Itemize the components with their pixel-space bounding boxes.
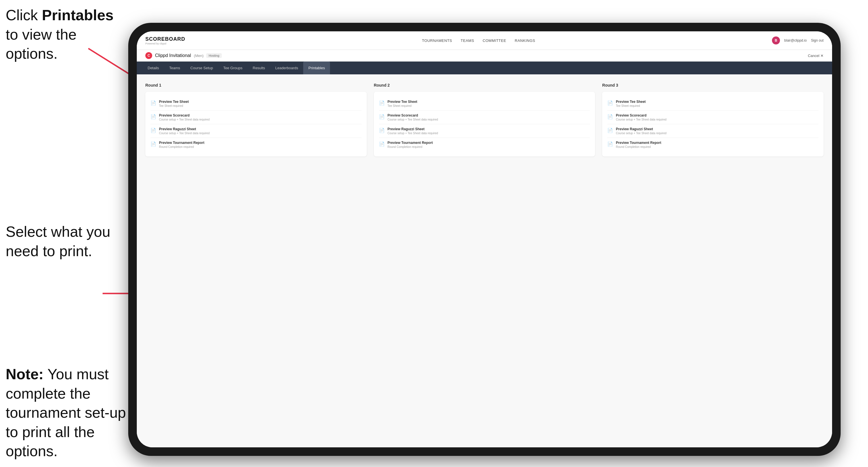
nav-rankings[interactable]: RANKINGS (515, 37, 535, 44)
round-2-scorecard[interactable]: 📄 Preview Scorecard Course setup + Tee S… (379, 111, 590, 124)
print-text-12: Preview Tournament Report Round Completi… (616, 141, 661, 149)
tab-leaderboards[interactable]: Leaderboards (270, 62, 303, 74)
doc-icon-12: 📄 (607, 141, 613, 147)
print-label-5: Preview Tee Sheet (388, 100, 417, 104)
logo-powered: Powered by clippd (145, 42, 185, 45)
print-sublabel-5: Tee Sheet required (388, 104, 417, 107)
round-3-section: Round 3 📄 Preview Tee Sheet Tee Sheet re… (602, 83, 824, 156)
round-1-scorecard[interactable]: 📄 Preview Scorecard Course setup + Tee S… (151, 111, 362, 124)
print-label-7: Preview Raguzzi Sheet (388, 127, 438, 131)
annotation-bottom: Note: You must complete the tournament s… (6, 365, 134, 461)
print-label-4: Preview Tournament Report (159, 141, 204, 145)
print-sublabel-4: Round Completion required (159, 145, 204, 149)
round-2-section: Round 2 📄 Preview Tee Sheet Tee Sheet re… (374, 83, 595, 156)
print-sublabel-12: Round Completion required (616, 145, 661, 149)
tournament-bracket: (Men) (194, 54, 204, 58)
tab-teams[interactable]: Teams (164, 62, 185, 74)
tab-tee-groups[interactable]: Tee Groups (218, 62, 248, 74)
clippd-icon: C (145, 52, 152, 59)
logo-area: SCOREBOARD Powered by clippd (145, 36, 185, 45)
print-text-11: Preview Raguzzi Sheet Course setup + Tee… (616, 127, 666, 135)
print-label-2: Preview Scorecard (159, 114, 210, 117)
print-text-10: Preview Scorecard Course setup + Tee She… (616, 114, 666, 121)
print-sublabel-10: Course setup + Tee Sheet data required (616, 118, 666, 121)
round-2-title: Round 2 (374, 83, 595, 88)
round-3-title: Round 3 (602, 83, 824, 88)
doc-icon-5: 📄 (379, 100, 385, 106)
round-3-tournament-report[interactable]: 📄 Preview Tournament Report Round Comple… (607, 138, 818, 151)
print-label-12: Preview Tournament Report (616, 141, 661, 145)
user-avatar: B (772, 36, 780, 44)
print-label-3: Preview Raguzzi Sheet (159, 127, 210, 131)
print-sublabel: Tee Sheet required (159, 104, 189, 107)
annotation-top: Click Printables to view the options. (6, 6, 114, 64)
annotation-middle: Select what you need to print. (6, 222, 114, 261)
doc-icon-9: 📄 (607, 100, 613, 106)
doc-icon-3: 📄 (151, 128, 156, 133)
print-text-8: Preview Tournament Report Round Completi… (388, 141, 433, 149)
print-sublabel-11: Course setup + Tee Sheet data required (616, 132, 666, 135)
nav-teams[interactable]: TEAMS (461, 37, 474, 44)
round-1-tee-sheet[interactable]: 📄 Preview Tee Sheet Tee Sheet required (151, 97, 362, 111)
round-1-raguzzi[interactable]: 📄 Preview Raguzzi Sheet Course setup + T… (151, 124, 362, 138)
tablet: SCOREBOARD Powered by clippd TOURNAMENTS… (128, 23, 841, 456)
print-text-3: Preview Raguzzi Sheet Course setup + Tee… (159, 127, 210, 135)
round-2-tee-sheet[interactable]: 📄 Preview Tee Sheet Tee Sheet required (379, 97, 590, 111)
print-text-7: Preview Raguzzi Sheet Course setup + Tee… (388, 127, 438, 135)
tab-details[interactable]: Details (143, 62, 164, 74)
rounds-container: Round 1 📄 Preview Tee Sheet Tee Sheet re… (145, 83, 824, 156)
print-text-2: Preview Scorecard Course setup + Tee She… (159, 114, 210, 121)
tab-course-setup[interactable]: Course Setup (185, 62, 218, 74)
print-sublabel-7: Course setup + Tee Sheet data required (388, 132, 438, 135)
round-1-section: Round 1 📄 Preview Tee Sheet Tee Sheet re… (145, 83, 367, 156)
round-3-card: 📄 Preview Tee Sheet Tee Sheet required 📄… (602, 92, 824, 156)
nav-tournaments[interactable]: TOURNAMENTS (422, 37, 452, 44)
print-sublabel-9: Tee Sheet required (616, 104, 646, 107)
doc-icon-7: 📄 (379, 128, 385, 133)
logo-scoreboard: SCOREBOARD (145, 36, 185, 42)
sub-header: C Clippd Invitational (Men) Hosting Canc… (137, 50, 832, 62)
tournament-title: C Clippd Invitational (Men) Hosting (145, 52, 222, 59)
print-label-9: Preview Tee Sheet (616, 100, 646, 104)
round-1-tournament-report[interactable]: 📄 Preview Tournament Report Round Comple… (151, 138, 362, 151)
print-text-4: Preview Tournament Report Round Completi… (159, 141, 204, 149)
doc-icon-6: 📄 (379, 114, 385, 119)
round-3-tee-sheet[interactable]: 📄 Preview Tee Sheet Tee Sheet required (607, 97, 818, 111)
round-2-card: 📄 Preview Tee Sheet Tee Sheet required 📄… (374, 92, 595, 156)
tab-printables[interactable]: Printables (303, 62, 330, 74)
round-3-raguzzi[interactable]: 📄 Preview Raguzzi Sheet Course setup + T… (607, 124, 818, 138)
logo-text: SCOREBOARD Powered by clippd (145, 36, 185, 45)
doc-icon-8: 📄 (379, 141, 385, 147)
doc-icon: 📄 (151, 100, 156, 106)
doc-icon-10: 📄 (607, 114, 613, 119)
print-label-6: Preview Scorecard (388, 114, 438, 117)
sign-out-link[interactable]: Sign out (811, 38, 824, 42)
print-label-10: Preview Scorecard (616, 114, 666, 117)
print-label-8: Preview Tournament Report (388, 141, 433, 145)
print-sublabel-8: Round Completion required (388, 145, 433, 149)
print-sublabel-3: Course setup + Tee Sheet data required (159, 132, 210, 135)
print-sublabel-6: Course setup + Tee Sheet data required (388, 118, 438, 121)
nav-committee[interactable]: COMMITTEE (483, 37, 506, 44)
print-text-9: Preview Tee Sheet Tee Sheet required (616, 100, 646, 107)
tournament-name: Clippd Invitational (155, 53, 191, 58)
printables-bold: Printables (42, 7, 114, 23)
round-3-scorecard[interactable]: 📄 Preview Scorecard Course setup + Tee S… (607, 111, 818, 124)
nav-right: B blair@clippd.io Sign out (772, 36, 824, 44)
doc-icon-2: 📄 (151, 114, 156, 119)
tablet-screen: SCOREBOARD Powered by clippd TOURNAMENTS… (137, 31, 832, 447)
doc-icon-4: 📄 (151, 141, 156, 147)
tab-results[interactable]: Results (248, 62, 270, 74)
print-sublabel-2: Course setup + Tee Sheet data required (159, 118, 210, 121)
note-bold: Note: (6, 366, 43, 382)
main-content: Round 1 📄 Preview Tee Sheet Tee Sheet re… (137, 74, 832, 447)
print-text: Preview Tee Sheet Tee Sheet required (159, 100, 189, 107)
main-nav: TOURNAMENTS TEAMS COMMITTEE RANKINGS (422, 37, 535, 44)
cancel-button[interactable]: Cancel ✕ (808, 54, 824, 58)
round-2-tournament-report[interactable]: 📄 Preview Tournament Report Round Comple… (379, 138, 590, 151)
round-1-title: Round 1 (145, 83, 367, 88)
doc-icon-11: 📄 (607, 128, 613, 133)
print-text-5: Preview Tee Sheet Tee Sheet required (388, 100, 417, 107)
round-2-raguzzi[interactable]: 📄 Preview Raguzzi Sheet Course setup + T… (379, 124, 590, 138)
print-label-11: Preview Raguzzi Sheet (616, 127, 666, 131)
